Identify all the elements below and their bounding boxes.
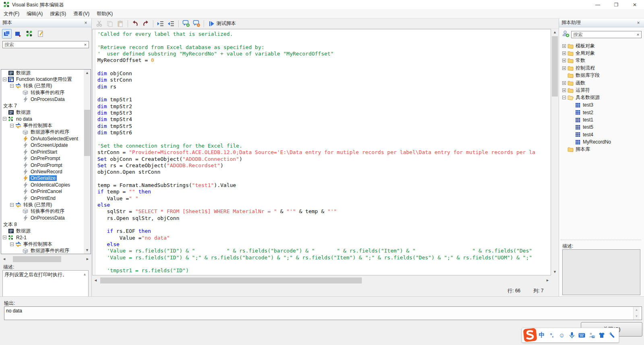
edit-doc-icon[interactable] xyxy=(36,29,45,39)
script-tree-item-OnPrintEnd[interactable]: OnPrintEnd xyxy=(1,195,84,201)
close-window-button[interactable]: ✕ xyxy=(625,0,644,9)
script-tree-item-数据源[interactable]: 数据源 xyxy=(1,228,84,234)
redo-icon[interactable] xyxy=(141,19,151,28)
cut-icon[interactable] xyxy=(95,19,104,28)
assistant-tree-item-函数[interactable]: +函数 xyxy=(561,79,644,86)
expand-icon[interactable]: + xyxy=(562,88,566,92)
scroll-up-icon[interactable]: ▲ xyxy=(82,272,87,276)
script-tree-item-事件控制脚本[interactable]: −事件控制脚本 xyxy=(1,241,84,247)
menu-item-0[interactable]: 文件(F) xyxy=(0,9,23,18)
script-tree-item-R2-1[interactable]: −R2-1 xyxy=(1,234,84,241)
test-script-button[interactable]: 测试脚本 xyxy=(206,20,238,27)
script-tree-item-OnAutoSelectedEvent[interactable]: OnAutoSelectedEvent xyxy=(1,136,84,142)
menu-item-1[interactable]: 编辑(A) xyxy=(23,9,46,18)
output-box[interactable]: no data xyxy=(4,306,642,320)
script-tree-item-no-data[interactable]: −no data xyxy=(1,116,84,122)
emoji-icon[interactable]: ☺ xyxy=(558,332,566,339)
punctuation-icon[interactable]: °, xyxy=(548,332,555,338)
collapse-icon[interactable]: − xyxy=(562,96,566,99)
assistant-tree-item-test2[interactable]: test2 xyxy=(561,109,644,116)
undo-icon[interactable] xyxy=(130,19,140,28)
outdent-icon[interactable] xyxy=(166,19,176,28)
script-tree-item-OnPrintStart[interactable]: OnPrintStart xyxy=(1,149,84,155)
assistant-tree-item-全局对象[interactable]: +全局对象 xyxy=(561,49,644,57)
layer-insert-icon[interactable] xyxy=(13,29,23,39)
script-search-clear-icon[interactable]: × xyxy=(83,42,88,47)
scroll-down-icon[interactable]: ▼ xyxy=(634,313,640,320)
assistant-search-clear-icon[interactable]: × xyxy=(635,32,641,37)
copy-icon[interactable] xyxy=(105,19,115,28)
script-tree-item-文本-7[interactable]: 文本 7 xyxy=(1,103,84,109)
assistant-tree-item-test5[interactable]: test5 xyxy=(561,123,644,131)
insert-script-icon[interactable] xyxy=(561,30,570,39)
scroll-down-icon[interactable]: ▼ xyxy=(84,247,91,254)
collapse-icon[interactable]: − xyxy=(3,117,6,121)
comment-add-icon[interactable] xyxy=(181,19,191,28)
expand-icon[interactable]: + xyxy=(562,66,566,70)
expand-icon[interactable]: + xyxy=(562,81,566,85)
expand-icon[interactable]: + xyxy=(562,44,566,48)
assistant-search-input[interactable] xyxy=(571,31,642,38)
script-tree-item-OnIdenticalCopies[interactable]: OnIdenticalCopies xyxy=(1,182,84,188)
script-tree-hscrollbar[interactable]: ◄ ► xyxy=(1,256,91,263)
molecule-icon[interactable] xyxy=(25,29,34,39)
scroll-up-icon[interactable]: ▲ xyxy=(634,307,640,313)
menu-item-3[interactable]: 查看(V) xyxy=(70,9,93,18)
assistant-tree-item-常数[interactable]: +常数 xyxy=(561,57,644,64)
skin-icon[interactable] xyxy=(598,332,605,338)
script-search-input[interactable] xyxy=(2,41,89,48)
script-tree-item-OnProcessData[interactable]: OnProcessData xyxy=(1,96,84,103)
assistant-tree-item-具名数据源[interactable]: −具名数据源 xyxy=(561,94,644,101)
microphone-icon[interactable] xyxy=(568,332,576,339)
sogou-logo[interactable] xyxy=(523,327,537,342)
soft-keyboard-icon[interactable] xyxy=(578,333,586,338)
collapse-icon[interactable]: − xyxy=(3,236,6,239)
assistant-tree-item-脚本库[interactable]: 脚本库 xyxy=(561,146,644,153)
indent-icon[interactable] xyxy=(156,19,165,28)
script-tree-item-OnProcessData[interactable]: OnProcessData xyxy=(1,215,84,221)
script-tree-item-转换-(已禁用)[interactable]: −转换 (已禁用) xyxy=(1,83,84,89)
collapse-icon[interactable]: − xyxy=(10,242,14,246)
menu-item-2[interactable]: 搜索(S) xyxy=(46,9,70,18)
restore-button[interactable]: ❐ xyxy=(607,0,625,9)
script-panel-close-icon[interactable]: × xyxy=(83,20,89,26)
editor-hscrollbar[interactable]: ◄ ► xyxy=(92,277,551,284)
script-tree-item-转换事件的程序[interactable]: 转换事件的程序 xyxy=(1,208,84,214)
script-tree-item-数据源[interactable]: 数据源 xyxy=(1,109,84,115)
output-scrollbar[interactable]: ▲ ▼ xyxy=(633,307,640,320)
collapse-icon[interactable]: − xyxy=(10,84,14,88)
script-tree-item-转换事件的程序[interactable]: 转换事件的程序 xyxy=(1,89,84,96)
collapse-icon[interactable]: − xyxy=(10,203,14,207)
menu-item-4[interactable]: 帮助(K) xyxy=(93,9,116,18)
paste-icon[interactable] xyxy=(116,19,125,28)
scroll-up-icon[interactable]: ▲ xyxy=(551,29,558,36)
scroll-right-icon[interactable]: ► xyxy=(544,277,551,284)
expand-icon[interactable]: + xyxy=(562,59,566,62)
minimize-button[interactable]: — xyxy=(588,0,607,9)
assistant-tree-item-模板对象[interactable]: +模板对象 xyxy=(561,42,644,49)
script-tree-item-OnScreenUpdate[interactable]: OnScreenUpdate xyxy=(1,142,84,148)
script-tree-item-事件控制脚本[interactable]: −事件控制脚本 xyxy=(1,122,84,129)
script-tree-item-OnSerialize[interactable]: OnSerialize xyxy=(1,175,84,181)
scroll-up-icon[interactable]: ▲ xyxy=(84,70,91,76)
script-tree-item-OnPrintCancel[interactable]: OnPrintCancel xyxy=(1,188,84,195)
scroll-right-icon[interactable]: ► xyxy=(84,256,91,263)
assistant-panel-close-icon[interactable]: × xyxy=(635,20,642,26)
assistant-tree-item-test3[interactable]: test3 xyxy=(561,101,644,109)
assistant-tree-item-MyRecordNo[interactable]: MyRecordNo xyxy=(561,138,644,146)
script-tree-item-文本-8[interactable]: 文本 8 xyxy=(1,221,84,228)
scroll-down-icon[interactable]: ▼ xyxy=(551,269,558,275)
code-editor[interactable]: 'Called for every label that is serializ… xyxy=(92,29,551,275)
expand-icon[interactable]: + xyxy=(562,51,566,55)
script-tree-item-数据源事件的程序[interactable]: 数据源事件的程序 xyxy=(1,129,84,136)
collapse-icon[interactable]: − xyxy=(10,124,14,127)
chinese-mode-icon[interactable]: 中 xyxy=(538,331,545,339)
scroll-left-icon[interactable]: ◄ xyxy=(1,256,8,263)
script-tree-item-OnPostPrompt[interactable]: OnPostPrompt xyxy=(1,162,84,168)
script-tree-item-OnPrePrompt[interactable]: OnPrePrompt xyxy=(1,155,84,162)
script-tree-item-数据源事件的程序[interactable]: 数据源事件的程序 xyxy=(1,248,84,254)
assistant-tree-item-控制流程[interactable]: +控制流程 xyxy=(561,64,644,72)
assistant-tree-item-test4[interactable]: test4 xyxy=(561,131,644,138)
toolbox-icon[interactable] xyxy=(608,332,615,339)
editor-vscrollbar[interactable]: ▲ ▼ xyxy=(551,29,558,275)
